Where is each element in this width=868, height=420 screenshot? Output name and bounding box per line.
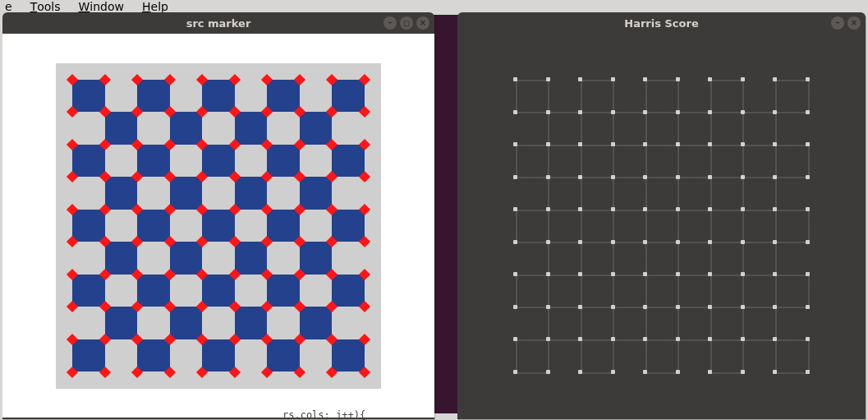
harris-corner-point bbox=[578, 175, 582, 179]
square-light bbox=[332, 242, 365, 275]
harris-corner-point bbox=[708, 175, 712, 179]
square-dark bbox=[202, 210, 235, 242]
edge bbox=[677, 177, 679, 210]
square-light bbox=[137, 112, 170, 145]
harris-corner-point bbox=[578, 337, 582, 341]
edge bbox=[581, 145, 613, 146]
edge bbox=[516, 210, 517, 242]
edge bbox=[516, 275, 549, 276]
harris-corner-point bbox=[643, 77, 647, 81]
titlebar[interactable]: Harris Score – × bbox=[457, 12, 866, 34]
maximize-icon[interactable]: ◻ bbox=[400, 16, 413, 30]
edge bbox=[548, 339, 549, 372]
titlebar[interactable]: src marker – ◻ × bbox=[2, 12, 434, 34]
close-icon[interactable]: × bbox=[847, 16, 861, 30]
square-light bbox=[235, 145, 268, 178]
harris-corner-point bbox=[513, 240, 517, 244]
edge bbox=[775, 145, 808, 146]
edge bbox=[581, 275, 582, 307]
edge bbox=[581, 112, 582, 145]
square-light bbox=[170, 145, 203, 178]
harris-corner-point bbox=[546, 305, 550, 309]
menu-help[interactable]: Help bbox=[140, 0, 170, 13]
harris-corner-point bbox=[513, 305, 517, 309]
square-dark bbox=[137, 145, 170, 178]
menu-tools[interactable]: Tools bbox=[29, 0, 62, 13]
harris-corner-point bbox=[611, 240, 615, 244]
edge bbox=[742, 145, 775, 146]
edge bbox=[613, 275, 614, 307]
square-light bbox=[202, 307, 235, 339]
window-title: src marker bbox=[186, 17, 251, 30]
square-dark bbox=[332, 210, 365, 242]
harris-corner-point bbox=[546, 207, 550, 211]
edge bbox=[775, 275, 777, 307]
edge bbox=[677, 177, 710, 178]
edge bbox=[613, 275, 645, 276]
minimize-icon[interactable]: – bbox=[383, 16, 397, 30]
edge bbox=[581, 145, 582, 178]
edge bbox=[677, 339, 679, 372]
edge bbox=[742, 242, 744, 275]
square-light bbox=[170, 275, 203, 307]
edge bbox=[516, 145, 517, 178]
harris-corner-point bbox=[708, 272, 712, 276]
edge bbox=[742, 242, 775, 243]
harris-corner-point bbox=[676, 370, 680, 374]
square-dark bbox=[202, 80, 235, 113]
edge bbox=[645, 80, 647, 113]
harris-corner-point bbox=[676, 337, 680, 341]
menu-window[interactable]: Window bbox=[77, 0, 126, 13]
square-light bbox=[235, 275, 268, 307]
edge bbox=[775, 275, 808, 276]
edge bbox=[645, 339, 647, 372]
square-light bbox=[170, 339, 203, 372]
edge bbox=[677, 210, 679, 242]
harris-corner-point bbox=[773, 272, 777, 276]
edge bbox=[710, 145, 743, 146]
square-light bbox=[170, 80, 203, 113]
square-dark bbox=[235, 307, 268, 339]
edge bbox=[548, 177, 549, 210]
square-dark bbox=[105, 307, 138, 339]
window-harris-score[interactable]: Harris Score – × bbox=[457, 12, 866, 419]
menu-item[interactable]: e bbox=[3, 0, 14, 13]
window-controls[interactable]: – × bbox=[831, 16, 861, 30]
square-dark bbox=[267, 339, 300, 372]
menubar[interactable]: e Tools Window Help bbox=[0, 0, 173, 13]
harris-corner-point bbox=[546, 370, 550, 374]
edge bbox=[808, 210, 810, 242]
close-icon[interactable]: × bbox=[416, 16, 429, 30]
harris-corner-point bbox=[676, 240, 680, 244]
square-dark bbox=[72, 275, 105, 307]
square-light bbox=[300, 210, 333, 242]
edge bbox=[645, 210, 647, 242]
square-light bbox=[300, 80, 333, 113]
edge bbox=[581, 210, 613, 211]
harris-corner-point bbox=[546, 142, 550, 146]
minimize-icon[interactable]: – bbox=[831, 16, 844, 30]
edge bbox=[677, 112, 679, 145]
window-src-marker[interactable]: src marker – ◻ × bbox=[2, 12, 434, 419]
edge bbox=[808, 339, 810, 372]
edge bbox=[742, 339, 775, 341]
edge bbox=[645, 242, 678, 243]
edge bbox=[775, 145, 777, 178]
harris-corner-point bbox=[741, 110, 745, 114]
edge bbox=[710, 242, 712, 275]
edge bbox=[677, 145, 679, 178]
edge bbox=[742, 275, 775, 276]
square-dark bbox=[267, 145, 300, 178]
edge bbox=[548, 339, 581, 341]
edge bbox=[710, 339, 712, 372]
edge bbox=[775, 372, 808, 374]
square-dark bbox=[72, 145, 105, 178]
harris-corner-point bbox=[741, 337, 745, 341]
square-dark bbox=[72, 80, 105, 113]
edge bbox=[645, 112, 647, 145]
harris-corner-point bbox=[611, 370, 615, 374]
edge bbox=[581, 242, 582, 275]
edge bbox=[710, 242, 743, 243]
edge bbox=[677, 210, 710, 211]
window-controls[interactable]: – ◻ × bbox=[383, 16, 429, 30]
